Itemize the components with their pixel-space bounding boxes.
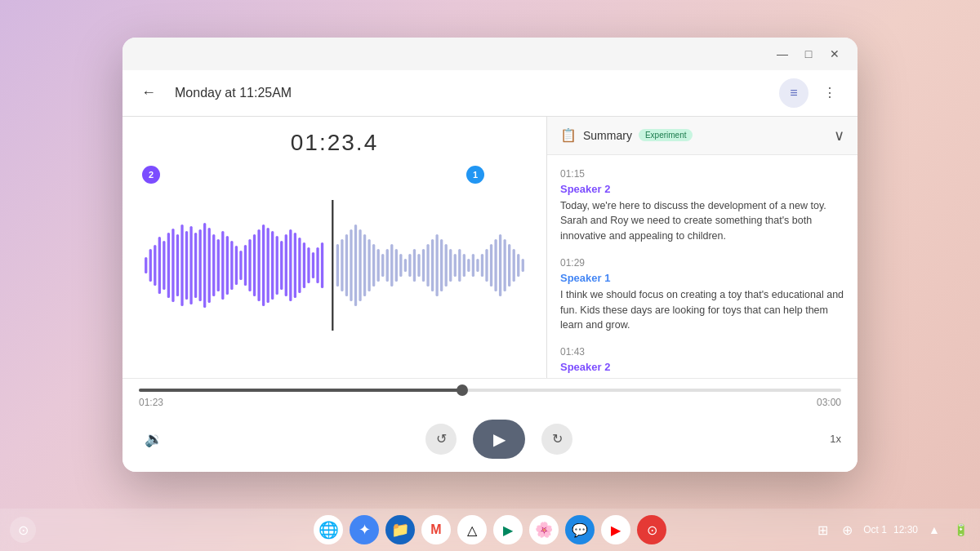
chrome-icon[interactable]: 🌐 xyxy=(314,515,343,544)
skip-forward-button[interactable]: ↻ xyxy=(541,424,572,455)
waveform-container[interactable]: 2 1 xyxy=(136,166,533,365)
svg-rect-77 xyxy=(499,234,501,296)
svg-rect-20 xyxy=(235,246,238,285)
progress-bar[interactable] xyxy=(139,389,841,392)
svg-rect-53 xyxy=(390,244,393,287)
elapsed-time: 01:23 xyxy=(139,397,163,408)
svg-rect-35 xyxy=(303,242,305,288)
wifi-icon[interactable]: ▲ xyxy=(924,520,944,540)
svg-rect-13 xyxy=(203,223,206,308)
app-header: ← Monday at 11:25AM ≡ ⋮ xyxy=(122,70,858,117)
svg-rect-10 xyxy=(189,226,192,304)
svg-rect-48 xyxy=(368,239,370,291)
svg-rect-6 xyxy=(172,229,174,302)
files-icon[interactable]: 📁 xyxy=(385,515,415,544)
svg-rect-80 xyxy=(513,249,515,282)
svg-rect-56 xyxy=(404,259,407,272)
svg-rect-11 xyxy=(194,233,197,298)
svg-rect-8 xyxy=(180,224,183,306)
taskbar-center: 🌐 ✦ 📁 M △ ▶ 🌸 💬 ▶ ⊙ xyxy=(314,515,666,544)
svg-rect-82 xyxy=(522,259,524,272)
skip-back-button[interactable]: ↺ xyxy=(425,424,457,455)
transcript-speaker: Speaker 2 xyxy=(560,361,844,373)
svg-rect-76 xyxy=(494,239,497,291)
youtube-icon[interactable]: ▶ xyxy=(601,515,630,544)
transcript-panel: 📋 Summary Experiment ∨ 01:15 Speaker 2 T… xyxy=(547,117,858,378)
svg-rect-52 xyxy=(386,249,389,282)
svg-rect-36 xyxy=(307,247,310,283)
transcript-content[interactable]: 01:15 Speaker 2 Today, we're here to dis… xyxy=(547,155,858,378)
transcript-text: I think we should focus on creating a to… xyxy=(560,287,844,333)
transcript-speaker: Speaker 2 xyxy=(560,183,844,195)
drive-icon[interactable]: △ xyxy=(457,515,487,544)
svg-rect-81 xyxy=(517,254,519,277)
taskbar-date: Oct 1 xyxy=(863,524,887,535)
taskbar-left: ⊙ xyxy=(10,517,36,543)
svg-rect-17 xyxy=(221,231,224,300)
svg-rect-4 xyxy=(163,241,165,290)
svg-rect-71 xyxy=(472,254,474,277)
play-store-icon[interactable]: ▶ xyxy=(493,515,523,544)
gmail-icon[interactable]: M xyxy=(421,515,451,544)
speed-button[interactable]: 1x xyxy=(830,433,841,445)
experiment-badge: Experiment xyxy=(639,129,693,141)
play-button[interactable]: ▶ xyxy=(473,420,525,459)
main-content: 01:23.4 2 1 xyxy=(122,117,858,378)
svg-rect-55 xyxy=(399,254,402,277)
svg-rect-15 xyxy=(212,234,215,296)
header-left: ← Monday at 11:25AM xyxy=(136,80,292,106)
svg-rect-37 xyxy=(312,252,314,278)
svg-rect-57 xyxy=(408,254,411,277)
svg-rect-59 xyxy=(417,254,420,277)
svg-rect-5 xyxy=(167,233,170,298)
minimize-button[interactable]: — xyxy=(773,44,792,64)
volume-button[interactable]: 🔉 xyxy=(139,424,168,454)
svg-rect-29 xyxy=(276,236,278,295)
more-options-button[interactable]: ⋮ xyxy=(815,78,844,108)
taskbar-time: 12:30 xyxy=(893,524,918,535)
svg-rect-69 xyxy=(463,254,466,277)
svg-rect-23 xyxy=(248,239,251,291)
camera-icon[interactable]: ⊙ xyxy=(10,517,36,543)
svg-rect-2 xyxy=(154,245,156,286)
svg-rect-1 xyxy=(149,249,152,282)
maximize-button[interactable]: □ xyxy=(799,44,818,64)
svg-rect-39 xyxy=(321,242,323,288)
svg-rect-67 xyxy=(454,254,457,277)
back-button[interactable]: ← xyxy=(136,80,162,106)
transcript-entry: 01:43 Speaker 2 xyxy=(547,340,858,378)
svg-rect-50 xyxy=(377,249,380,282)
photos-icon[interactable]: 🌸 xyxy=(529,515,559,544)
header-right: ≡ ⋮ xyxy=(779,78,844,108)
svg-rect-74 xyxy=(485,249,488,282)
svg-rect-79 xyxy=(508,244,510,287)
svg-rect-16 xyxy=(217,239,220,291)
transcript-text: Today, we're here to discuss the develop… xyxy=(560,198,844,244)
summary-collapse-button[interactable]: ∨ xyxy=(834,127,844,144)
messages-icon[interactable]: 💬 xyxy=(565,515,595,544)
taskbar-right: ⊞ ⊕ Oct 1 12:30 ▲ 🔋 xyxy=(813,520,970,540)
svg-rect-46 xyxy=(359,229,361,301)
add-icon[interactable]: ⊕ xyxy=(837,520,857,540)
svg-rect-68 xyxy=(458,249,461,282)
close-button[interactable]: ✕ xyxy=(825,44,844,64)
player-controls: 🔉 ↺ ▶ ↻ 1x xyxy=(122,411,858,472)
transcript-view-button[interactable]: ≡ xyxy=(779,78,808,108)
waveform-panel: 01:23.4 2 1 xyxy=(122,117,547,378)
svg-rect-61 xyxy=(426,244,429,287)
red-app-icon[interactable]: ⊙ xyxy=(637,515,666,544)
blue-gem-icon[interactable]: ✦ xyxy=(350,515,379,544)
svg-rect-27 xyxy=(266,228,269,303)
svg-rect-72 xyxy=(476,259,479,272)
svg-rect-58 xyxy=(413,249,416,282)
title-bar: — □ ✕ xyxy=(122,38,858,70)
svg-rect-33 xyxy=(294,233,296,298)
screen-icon[interactable]: ⊞ xyxy=(813,520,832,540)
speaker2-badge: 2 xyxy=(142,166,160,184)
svg-rect-65 xyxy=(445,244,448,287)
svg-rect-49 xyxy=(372,244,375,287)
svg-rect-78 xyxy=(503,239,506,291)
progress-handle[interactable] xyxy=(457,384,468,396)
total-time: 03:00 xyxy=(817,397,841,408)
svg-rect-63 xyxy=(435,234,438,296)
